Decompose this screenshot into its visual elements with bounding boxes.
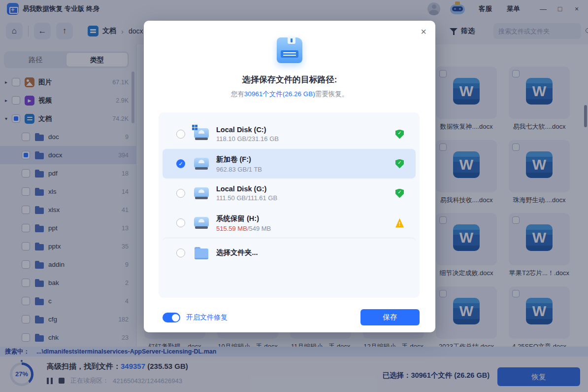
windows-logo-icon: [192, 125, 198, 131]
drive-name: 系统保留 (H:): [216, 214, 271, 223]
drive-usage: 962.83 GB/1 TB: [216, 166, 262, 173]
file-repair-toggle[interactable]: [163, 313, 180, 322]
drive-name: Local Disk (C:): [216, 126, 279, 134]
dialog-title: 选择保存文件的目标路径:: [144, 74, 435, 85]
save-disk-icon: [277, 37, 302, 63]
drive-radio[interactable]: [176, 249, 185, 257]
drive-status-icon: [395, 218, 404, 228]
dialog-footer: 开启文件修复 保存: [144, 306, 435, 332]
dialog-subtitle: 您有30961个文件(26.26 GB)需要恢复。: [144, 90, 435, 99]
drive-usage: 515.59 MB/549 MB: [216, 225, 271, 232]
drive-row[interactable]: Local Disk (G:) 111.50 GB/111.61 GB: [163, 178, 416, 208]
drive-radio[interactable]: [176, 159, 185, 168]
file-repair-label: 开启文件修复: [186, 313, 228, 322]
drive-radio[interactable]: [176, 189, 185, 198]
drive-name: 选择文件夹...: [216, 248, 258, 257]
drive-status-icon: [395, 189, 404, 198]
drive-icon: [193, 215, 210, 230]
drive-icon: [193, 156, 210, 171]
drive-row[interactable]: 新加卷 (F:) 962.83 GB/1 TB: [163, 149, 416, 178]
drive-name: 新加卷 (F:): [216, 155, 262, 164]
dialog-close-icon[interactable]: ×: [421, 26, 426, 37]
drive-list: Local Disk (C:) 118.10 GB/231.16 GB 新加卷 …: [159, 112, 420, 298]
save-button[interactable]: 保存: [360, 309, 420, 325]
drive-icon: [193, 186, 210, 201]
drive-row[interactable]: 系统保留 (H:) 515.59 MB/549 MB: [163, 208, 416, 238]
drive-row[interactable]: 选择文件夹...: [163, 238, 416, 267]
app-window: 易我数据恢复 专业版 终身 客服 菜单 — □ × ⌂ ← ↑ 文档 › doc…: [0, 0, 588, 392]
drive-icon: [193, 246, 210, 260]
drive-usage: 118.10 GB/231.16 GB: [216, 135, 279, 143]
drive-usage: 111.50 GB/111.61 GB: [216, 194, 277, 202]
drive-radio[interactable]: [176, 130, 185, 139]
drive-status-icon: [395, 130, 404, 139]
drive-radio[interactable]: [176, 218, 185, 227]
recover-count-highlight: 30961个文件(26.26 GB): [244, 90, 315, 98]
save-path-dialog: × 选择保存文件的目标路径: 您有30961个文件(26.26 GB)需要恢复。…: [144, 21, 435, 332]
drive-row[interactable]: Local Disk (C:) 118.10 GB/231.16 GB: [163, 119, 416, 149]
drive-icon: [193, 127, 210, 142]
drive-status-icon: [395, 159, 404, 169]
drive-name: Local Disk (G:): [216, 185, 277, 193]
